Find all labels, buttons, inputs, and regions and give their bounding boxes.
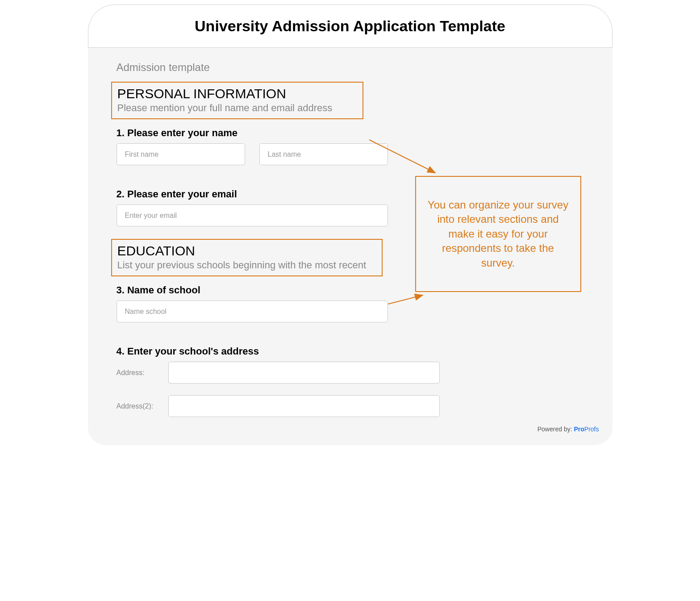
section-title-personal: PERSONAL INFORMATION: [117, 86, 357, 101]
powered-by: Powered by: ProProfs: [538, 426, 599, 433]
section-personal-info: PERSONAL INFORMATION Please mention your…: [111, 82, 363, 119]
question-1-inputs: [117, 143, 589, 165]
section-desc-education: List your previous schools beginning wit…: [117, 259, 376, 271]
address-row-1: Address:: [117, 362, 589, 384]
address-row-2: Address(2):: [117, 395, 589, 417]
callout-box: You can organize your survey into releva…: [415, 176, 581, 292]
email-input[interactable]: [117, 205, 388, 226]
address-1-label: Address:: [117, 369, 168, 377]
section-desc-personal: Please mention your full name and email …: [117, 102, 357, 114]
section-title-education: EDUCATION: [117, 243, 376, 259]
school-name-input[interactable]: [117, 300, 388, 322]
first-name-input[interactable]: [117, 143, 245, 165]
question-4-label: 4. Enter your school's address: [117, 346, 589, 357]
page-container: University Admission Application Templat…: [88, 4, 612, 445]
address-1-input[interactable]: [168, 362, 440, 384]
powered-by-label: Powered by:: [538, 426, 574, 433]
svg-line-1: [369, 140, 435, 173]
page-title: University Admission Application Templat…: [97, 17, 603, 35]
address-2-input[interactable]: [168, 395, 440, 417]
brand-profs: Profs: [584, 426, 599, 433]
body-card: Admission template PERSONAL INFORMATION …: [88, 48, 612, 445]
arrow-icon-1: [368, 137, 440, 177]
form-subtitle: Admission template: [117, 61, 589, 74]
callout-text: You can organize your survey into releva…: [427, 198, 570, 270]
brand-pro: Pro: [574, 426, 584, 433]
arrow-icon-2: [387, 292, 427, 306]
svg-line-3: [388, 295, 423, 304]
question-1-label: 1. Please enter your name: [117, 127, 589, 139]
address-2-label: Address(2):: [117, 402, 168, 410]
section-education: EDUCATION List your previous schools beg…: [111, 239, 383, 276]
header-card: University Admission Application Templat…: [88, 4, 612, 48]
question-3-inputs: [117, 300, 589, 322]
